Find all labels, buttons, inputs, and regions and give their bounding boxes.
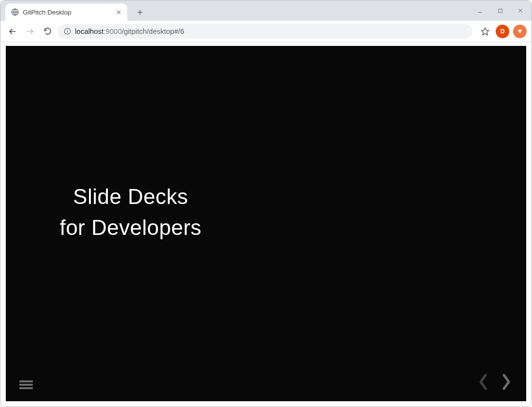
window-maximize-button[interactable] (492, 3, 508, 18)
svg-marker-14 (482, 28, 489, 35)
new-tab-button[interactable] (133, 5, 147, 19)
tab-strip: GitPitch Desktop (0, 0, 532, 21)
presentation-slide: Slide Decks for Developers (6, 46, 526, 401)
slide-controls-right (475, 371, 515, 392)
site-info-icon[interactable] (63, 28, 71, 35)
window-close-button[interactable] (512, 3, 529, 18)
bookmark-star-icon[interactable] (478, 25, 492, 38)
address-bar[interactable]: localhost:9000/gitpitch/desktop#/6 (58, 24, 473, 39)
toolbar-actions: D (478, 25, 527, 38)
slide-controls-left (19, 379, 33, 390)
globe-icon (11, 8, 19, 16)
nav-reload-button[interactable] (40, 24, 55, 39)
nav-forward-button[interactable] (23, 24, 37, 39)
svg-rect-6 (498, 9, 502, 12)
url-path: /gitpitch/desktop#/6 (122, 27, 184, 35)
viewport: Slide Decks for Developers (0, 42, 532, 407)
url-port: :9000 (103, 27, 122, 35)
extension-icon[interactable] (513, 25, 527, 38)
slide-prev-button[interactable] (475, 371, 491, 392)
nav-back-button[interactable] (5, 24, 20, 39)
profile-avatar[interactable]: D (496, 25, 509, 38)
url-host: localhost (75, 27, 103, 35)
window-minimize-button[interactable] (472, 3, 488, 18)
browser-window: GitPitch Desktop (0, 0, 532, 407)
slide-next-button[interactable] (498, 371, 515, 392)
slide-heading-line1: Slide Decks (29, 181, 232, 212)
tab-title: GitPitch Desktop (23, 9, 111, 16)
svg-point-13 (67, 29, 68, 30)
browser-tab[interactable]: GitPitch Desktop (5, 3, 127, 21)
url-text: localhost:9000/gitpitch/desktop#/6 (75, 27, 467, 35)
slide-heading-line2: for Developers (29, 212, 232, 243)
slide-heading: Slide Decks for Developers (29, 181, 232, 243)
slide-menu-button[interactable] (19, 379, 33, 390)
avatar-letter: D (501, 28, 505, 35)
browser-toolbar: localhost:9000/gitpitch/desktop#/6 D (0, 21, 532, 42)
tab-close-button[interactable] (115, 8, 122, 16)
window-controls (472, 0, 529, 21)
